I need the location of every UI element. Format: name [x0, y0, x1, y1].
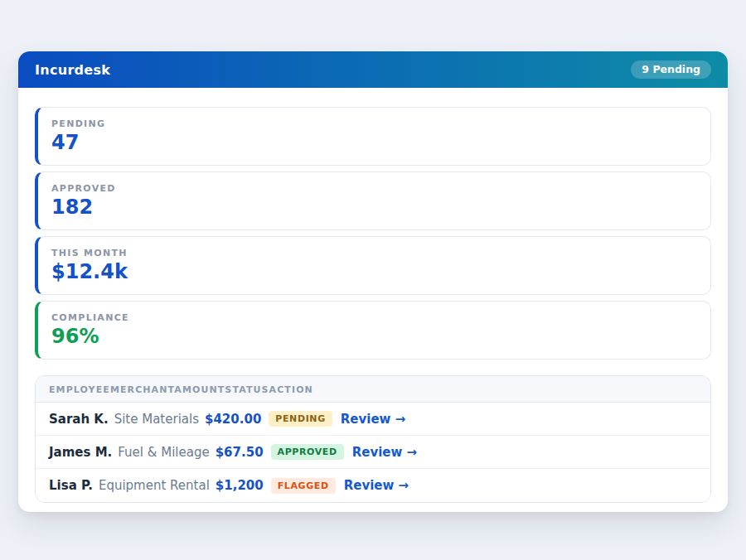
status-badge: APPROVED	[271, 444, 344, 460]
employee-name: Sarah K.	[49, 412, 109, 427]
stat-label: APPROVED	[51, 183, 697, 194]
stat-value: $12.4k	[51, 261, 697, 282]
status-badge: FLAGGED	[271, 478, 336, 494]
merchant-name: Site Materials	[114, 412, 199, 427]
employee-name: James M.	[49, 445, 112, 460]
pending-count-badge: 9 Pending	[631, 60, 711, 80]
expense-amount: $420.00	[205, 412, 261, 427]
table-row: Lisa P. Equipment Rental $1,200 FLAGGED …	[36, 469, 710, 502]
stat-card: APPROVED 182	[35, 171, 711, 230]
employee-name: Lisa P.	[49, 478, 93, 493]
table-row: Sarah K. Site Materials $420.00 PENDING …	[36, 403, 710, 436]
app-header: Incurdesk 9 Pending	[18, 51, 728, 88]
stat-card: COMPLIANCE 96%	[35, 301, 711, 360]
table-column-header: STATUS	[225, 384, 269, 395]
stat-label: THIS MONTH	[51, 248, 697, 258]
table-column-header: AMOUNT	[174, 384, 225, 395]
table-row: James M. Fuel & Mileage $67.50 APPROVED …	[36, 436, 710, 469]
table-body: Sarah K. Site Materials $420.00 PENDING …	[36, 403, 710, 502]
app-title: Incurdesk	[35, 62, 110, 78]
stat-label: PENDING	[51, 118, 697, 129]
table-column-header: MERCHANT	[110, 384, 174, 395]
expense-amount: $1,200	[216, 478, 264, 493]
stat-value: 182	[51, 196, 697, 218]
app-window: Incurdesk 9 Pending PENDING 47 APPROVED …	[18, 51, 728, 512]
expenses-table: EMPLOYEEMERCHANTAMOUNTSTATUSACTION Sarah…	[35, 375, 711, 503]
stat-value: 96%	[51, 326, 697, 347]
review-link[interactable]: Review →	[352, 445, 417, 460]
stat-label: COMPLIANCE	[51, 312, 697, 323]
stat-card: PENDING 47	[35, 107, 711, 166]
review-link[interactable]: Review →	[341, 412, 405, 427]
expense-amount: $67.50	[216, 445, 264, 460]
main-content: PENDING 47 APPROVED 182 THIS MONTH $12.4…	[18, 88, 728, 512]
stat-card: THIS MONTH $12.4k	[35, 236, 711, 295]
stat-value: 47	[51, 132, 697, 153]
merchant-name: Fuel & Mileage	[118, 445, 209, 460]
review-link[interactable]: Review →	[344, 478, 409, 493]
stats-list: PENDING 47 APPROVED 182 THIS MONTH $12.4…	[35, 107, 711, 360]
merchant-name: Equipment Rental	[99, 478, 210, 493]
table-header-row: EMPLOYEEMERCHANTAMOUNTSTATUSACTION	[36, 376, 710, 403]
table-column-header: ACTION	[269, 384, 313, 395]
table-column-header: EMPLOYEE	[49, 384, 110, 395]
status-badge: PENDING	[269, 411, 332, 427]
